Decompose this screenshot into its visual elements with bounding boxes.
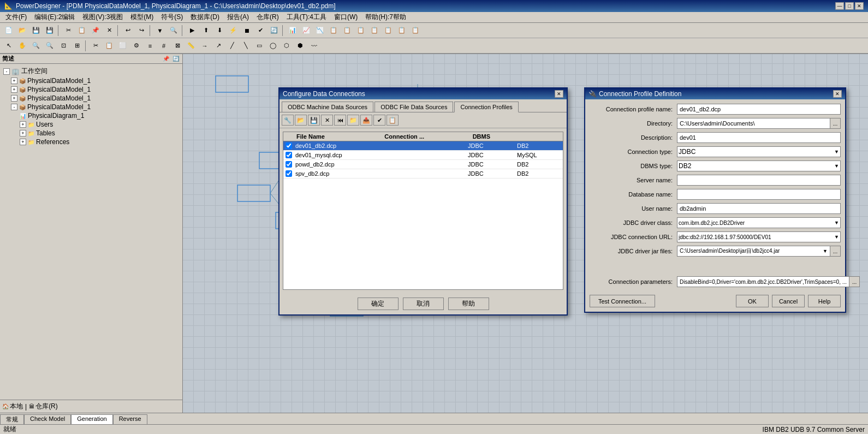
sidebar-pin[interactable]: 📌 <box>162 55 170 63</box>
sidebar-item-pdm3[interactable]: + 📦 PhysicalDataModel_1 <box>2 94 180 103</box>
tb-open[interactable]: 📂 <box>16 25 29 37</box>
tb2-copy2[interactable]: 📋 <box>103 40 116 52</box>
sidebar-item-users[interactable]: + 📁 Users <box>2 120 180 129</box>
expand-pdm1[interactable]: + <box>11 78 17 84</box>
tb2-snap[interactable]: ⊠ <box>171 40 184 52</box>
tb2-round[interactable]: ◯ <box>266 40 280 52</box>
cdc-row-4[interactable]: spv_db2.dcp JDBC DB2 <box>283 169 563 179</box>
repo-btn[interactable]: 🏛 仓库(R) <box>29 402 58 411</box>
menu-window[interactable]: 窗口(W) <box>331 11 361 23</box>
row4-checkbox[interactable] <box>286 170 292 177</box>
tb2-line2[interactable]: ╲ <box>239 40 252 52</box>
menu-edit[interactable]: 编辑(E):2编辑 <box>31 11 78 23</box>
close-button[interactable]: ✕ <box>855 2 864 10</box>
expand-workspace[interactable]: - <box>3 68 10 75</box>
tb2-gear[interactable]: ⚙ <box>130 40 143 52</box>
tab-checkmodel[interactable]: Check Model <box>24 414 71 424</box>
menu-model[interactable]: 模型(M) <box>127 11 157 23</box>
menu-report[interactable]: 报告(A) <box>224 11 252 23</box>
row2-checkbox[interactable] <box>286 152 292 158</box>
menu-file[interactable]: 文件(F) <box>2 11 30 23</box>
tb2-zoom-sel[interactable]: ⊞ <box>70 40 84 52</box>
cdc-row-3[interactable]: powd_db2.dcp JDBC DB2 <box>283 160 563 169</box>
tb-view1[interactable]: 📊 <box>286 25 299 37</box>
cpd-close-button[interactable]: ✕ <box>833 90 842 98</box>
user-name-input[interactable] <box>677 203 841 214</box>
tb2-shape1[interactable]: ⬡ <box>280 40 293 52</box>
tb-execute[interactable]: ⚡ <box>227 25 240 37</box>
tb-search[interactable]: 🔍 <box>167 25 180 37</box>
cdc-row-2[interactable]: dev01_mysql.dcp JDBC MySQL <box>283 151 563 160</box>
tb2-select[interactable]: ↖ <box>2 40 15 52</box>
cdc-tb-first[interactable]: ⏮ <box>334 115 346 126</box>
tb2-wave[interactable]: 〰 <box>307 40 320 52</box>
tb-check[interactable]: ✔ <box>254 25 267 37</box>
tb-view8[interactable]: 📋 <box>382 25 395 37</box>
tb-generate[interactable]: ▶ <box>186 25 199 37</box>
profile-name-input[interactable] <box>677 104 841 115</box>
cdc-tab-connection-profiles[interactable]: Connection Profiles <box>454 102 518 112</box>
connection-type-select[interactable]: JDBC ▼ <box>677 146 841 157</box>
description-input[interactable] <box>677 132 841 143</box>
tb2-line1[interactable]: ╱ <box>225 40 239 52</box>
expand-users[interactable]: + <box>20 121 26 128</box>
menu-help[interactable]: 帮助(H):7帮助 <box>362 11 409 23</box>
tb2-rect[interactable]: ▭ <box>253 40 266 52</box>
tb-copy[interactable]: 📋 <box>75 25 88 37</box>
server-name-input[interactable] <box>677 175 841 186</box>
cdc-ok-button[interactable]: 确定 <box>358 298 399 310</box>
maximize-button[interactable]: □ <box>845 2 854 10</box>
tb2-zoom-fit[interactable]: ⊡ <box>57 40 70 52</box>
expand-pdm3[interactable]: + <box>11 95 17 102</box>
tb2-paste2[interactable]: ⬜ <box>116 40 129 52</box>
tb-new[interactable]: 📄 <box>2 25 15 37</box>
tb2-hand[interactable]: ✋ <box>16 40 29 52</box>
tb-delete[interactable]: ✕ <box>103 25 116 37</box>
tb-undo[interactable]: ↩ <box>121 25 134 37</box>
jdbc-connection-url-select[interactable]: jdbc:db2://192.168.1.97:50000/DEV01 ▼ <box>677 231 841 242</box>
tb-view10[interactable]: 📋 <box>409 25 422 37</box>
expand-pdm2[interactable]: + <box>11 86 17 93</box>
tb-redo[interactable]: ↪ <box>135 25 148 37</box>
dbms-type-select[interactable]: DB2 ▼ <box>677 160 841 171</box>
tb-view6[interactable]: 📋 <box>354 25 367 37</box>
sidebar-item-pdm1[interactable]: + 📦 PhysicalDataModel_1 <box>2 76 180 85</box>
menu-symbol[interactable]: 符号(S) <box>158 11 186 23</box>
tb-save[interactable]: 💾 <box>29 25 43 37</box>
cdc-tb-clipboard[interactable]: 📋 <box>387 115 399 126</box>
test-connection-button[interactable]: Test Connection... <box>590 295 655 307</box>
tb-save-all[interactable]: 💾 <box>43 25 56 37</box>
menu-database[interactable]: 数据库(D) <box>187 11 223 23</box>
sidebar-item-tables[interactable]: + 📁 Tables <box>2 129 180 138</box>
connection-params-browse[interactable]: ... <box>849 276 860 287</box>
cdc-tb-open[interactable]: 📂 <box>295 115 307 126</box>
row3-checkbox[interactable] <box>286 161 292 168</box>
jdbc-driver-jar-browse[interactable]: ... <box>830 246 841 257</box>
cpd-cancel-button[interactable]: Cancel <box>772 295 805 307</box>
tb2-ruler[interactable]: 📏 <box>185 40 198 52</box>
sidebar-item-references[interactable]: + 📁 References <box>2 138 180 146</box>
sidebar-refresh[interactable]: 🔄 <box>171 55 180 63</box>
cdc-tab-odbc-file[interactable]: ODBC File Data Sources <box>374 102 453 112</box>
tab-normal[interactable]: 常规 <box>0 414 24 424</box>
tb-refresh[interactable]: 🔄 <box>267 25 281 37</box>
tb-cut[interactable]: ✂ <box>62 25 75 37</box>
local-btn[interactable]: 🏠 本地 <box>2 402 23 411</box>
tb2-zoom-in[interactable]: 🔍 <box>29 40 43 52</box>
directory-browse-button[interactable]: ... <box>830 118 841 129</box>
cdc-tb-folder[interactable]: 📁 <box>347 115 359 126</box>
tb2-cut2[interactable]: ✂ <box>89 40 102 52</box>
tb2-shape2[interactable]: ⬢ <box>294 40 307 52</box>
sidebar-item-workspace[interactable]: - 🏢 工作空间 <box>2 66 180 76</box>
expand-references[interactable]: + <box>20 139 26 145</box>
expand-tables[interactable]: + <box>20 130 26 136</box>
cdc-tb-delete[interactable]: ✕ <box>321 115 333 126</box>
cdc-tb-check[interactable]: ✔ <box>373 115 385 126</box>
tb-view3[interactable]: 📉 <box>313 25 326 37</box>
cdc-tab-odbc-machine[interactable]: ODBC Machine Data Sources <box>282 102 373 112</box>
cpd-help-button[interactable]: Help <box>808 295 841 307</box>
sidebar-item-pdm4[interactable]: - 📦 PhysicalDataModel_1 <box>2 103 180 111</box>
tb2-arrow1[interactable]: → <box>198 40 211 52</box>
tb-view7[interactable]: 📋 <box>368 25 381 37</box>
menu-tools[interactable]: 工具(T):4工具 <box>283 11 330 23</box>
